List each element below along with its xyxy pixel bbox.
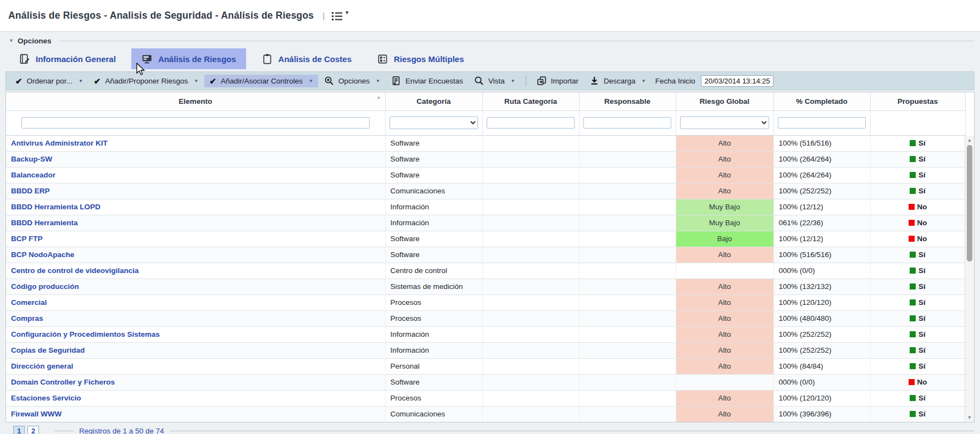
elemento-link[interactable]: BBDD ERP [11,187,50,195]
table-row[interactable]: Firewall WWW Comunicaciones Alto 100% (3… [6,406,965,422]
sort-indicator-icon[interactable]: ▲ [376,94,382,100]
table-body: Antivirus Administrator KIT Software Alt… [6,135,965,422]
col-header-categoria[interactable]: Categoría [385,92,482,110]
cell-completado: 100% (264/264) [773,151,870,167]
table-row[interactable]: Código producción Sistemas de medición A… [6,279,965,294]
elemento-link[interactable]: BCP NodoApache [11,251,74,259]
filter-elemento-input[interactable] [21,117,370,129]
col-header-propuestas[interactable]: Propuestas [870,92,965,110]
table-row[interactable]: Centro de control de videovigilancia Cen… [6,263,965,279]
cell-categoria: Centro de control [385,263,482,279]
cell-riesgo-global: Muy Bajo [676,215,773,231]
options-panel: ▼ Opciones Información General [0,31,980,434]
cell-ruta-categoria [482,358,579,374]
importar-button[interactable]: Importar [532,74,583,88]
elemento-link[interactable]: Antivirus Administrator KIT [11,139,108,147]
enviar-encuestas-button[interactable]: Enviar Encuestas [386,74,468,88]
tab-analisis-de-costes[interactable]: Análisis de Costes [252,48,361,69]
propuesta-indicator [910,252,916,258]
filter-riesgo-global-select[interactable] [680,116,769,129]
button-label: Vista [488,77,505,85]
elemento-link[interactable]: Compras [11,314,43,322]
elemento-link[interactable]: Comercial [11,298,47,307]
filter-categoria-select[interactable] [389,116,477,129]
fecha-inicio-input[interactable] [701,75,773,87]
elemento-link[interactable]: Firewall WWW [11,410,62,418]
propuesta-indicator [910,172,916,178]
filter-completado-input[interactable] [778,117,865,129]
table-row[interactable]: Domain Controller y Ficheros Software 00… [6,374,965,390]
page-button-2[interactable]: 2 [27,426,39,434]
propuesta-indicator [909,204,915,210]
table-row[interactable]: Antivirus Administrator KIT Software Alt… [6,135,965,151]
filter-responsable-input[interactable] [583,117,671,129]
check-icon: ✔ [209,77,216,85]
cell-elemento: Compras [6,310,385,326]
elemento-link[interactable]: Dirección general [11,362,73,370]
cell-elemento: BCP NodoApache [6,247,385,263]
page-button-1[interactable]: 1 [13,426,25,434]
vista-button[interactable]: Vista ▼ [469,74,520,88]
table-row[interactable]: Configuración y Procedimientos Sistemas … [6,326,965,342]
opciones-button[interactable]: Opciones ▼ [319,74,385,88]
col-header-riesgo-global[interactable]: Riesgo Global [676,92,773,110]
vertical-scrollbar[interactable]: ▲ ▼ [965,136,974,422]
table-row[interactable]: BBDD ERP Comunicaciones Alto 100% (252/2… [6,183,965,199]
anadir-proponer-riesgos-button[interactable]: ✔ Añadir/Proponer Riesgos ▼ [89,75,203,87]
cell-riesgo-global: Alto [676,326,773,342]
elemento-link[interactable]: BCP FTP [11,235,43,243]
col-header-elemento[interactable]: Elemento ▲ [6,92,385,110]
propuesta-indicator [910,331,916,337]
cell-categoria: Personal [385,358,482,374]
descarga-button[interactable]: Descarga ▼ [584,74,651,88]
elemento-link[interactable]: Backup-SW [11,155,52,163]
table-row[interactable]: BCP FTP Software Bajo 100% (12/12) No [6,231,965,247]
table-row[interactable]: BBDD Herramienta LOPD Información Muy Ba… [6,199,965,215]
col-header-responsable[interactable]: Responsable [579,92,676,110]
elemento-link[interactable]: Estaciones Servicio [11,394,81,402]
elemento-link[interactable]: Domain Controller y Ficheros [11,378,115,386]
table-row[interactable]: BCP NodoApache Software Alto 100% (516/5… [6,247,965,263]
elemento-link[interactable]: BBDD Herramienta LOPD [11,203,101,211]
elemento-link[interactable]: BBDD Herramienta [11,219,78,227]
anadir-asociar-controles-button[interactable]: ✔ Añadir/Asociar Controles ▼ [204,75,318,87]
chevron-down-icon: ▼ [194,79,198,84]
ordenar-por-button[interactable]: ✔ Ordenar por... ▼ [10,75,88,87]
col-header-completado[interactable]: % Completado [773,92,870,110]
tab-riesgos-multiples[interactable]: Riesgos Múltiples [367,48,474,69]
cell-completado: 100% (252/252) [773,326,870,342]
cell-categoria: Software [385,374,482,390]
elemento-link[interactable]: Código producción [11,282,79,291]
propuesta-label: No [917,235,927,243]
cell-propuestas: No [870,374,965,390]
table-row[interactable]: Backup-SW Software Alto 100% (264/264) S… [6,151,965,167]
options-header[interactable]: ▼ Opciones [5,34,975,47]
cell-elemento: Estaciones Servicio [6,390,385,406]
propuesta-label: Sí [918,346,926,354]
tab-analisis-de-riesgos[interactable]: Análisis de Riesgos [131,48,246,69]
table-row[interactable]: BBDD Herramienta Información Muy Bajo 06… [6,215,965,231]
elemento-link[interactable]: Balanceador [11,171,55,179]
table-row[interactable]: Estaciones Servicio Procesos Alto 100% (… [6,390,965,406]
propuesta-label: No [917,219,927,227]
table-row[interactable]: Dirección general Personal Alto 100% (84… [6,358,965,374]
elemento-link[interactable]: Copias de Seguridad [11,346,85,354]
scroll-up-arrow-icon[interactable]: ▲ [965,136,974,144]
filter-ruta-categoria-input[interactable] [487,117,574,129]
table-row[interactable]: Comercial Procesos Alto 100% (120/120) S… [6,294,965,310]
col-header-ruta-categoria[interactable]: Ruta Categoría [482,92,579,110]
tab-informacion-general[interactable]: Información General [9,48,126,69]
cell-propuestas: No [870,215,965,231]
cell-completado: 100% (120/120) [773,390,870,406]
table-row[interactable]: Copias de Seguridad Información Alto 100… [6,342,965,358]
scroll-down-arrow-icon[interactable]: ▼ [965,413,974,422]
elemento-link[interactable]: Centro de control de videovigilancia [11,266,139,275]
elemento-link[interactable]: Configuración y Procedimientos Sistemas [11,330,160,338]
list-menu-button[interactable]: ▼ [331,11,349,21]
table-row[interactable]: Compras Procesos Alto 100% (480/480) Sí [6,310,965,326]
table-row[interactable]: Balanceador Software Alto 100% (264/264)… [6,167,965,183]
zoom-plus-icon [324,76,334,86]
scrollbar-thumb[interactable] [967,145,972,261]
cell-responsable [579,294,676,310]
cell-propuestas: Sí [870,342,965,358]
